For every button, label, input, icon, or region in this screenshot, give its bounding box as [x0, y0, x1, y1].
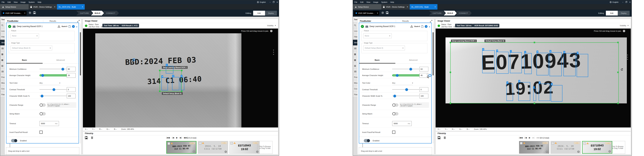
- info-icon[interactable]: i: [577, 151, 580, 153]
- remove-tool-icon[interactable]: ×: [72, 25, 75, 28]
- filmstrip-nav-button[interactable]: |◀: [525, 137, 527, 139]
- text-color-select[interactable]: Any ▾: [40, 81, 60, 85]
- edit-button[interactable]: Edit: [253, 11, 265, 15]
- workflow-step[interactable]: CAPTURE: [429, 11, 445, 15]
- workflow-step[interactable]: CAPTURE: [76, 11, 92, 15]
- tool-search[interactable]: [0, 22, 5, 28]
- tab-device-settings[interactable]: VS20 - Device Settings ×: [28, 4, 57, 9]
- invert-checkbox[interactable]: [40, 131, 42, 134]
- roi-resize-handle[interactable]: [534, 103, 535, 104]
- min-confidence-input[interactable]: [420, 67, 428, 71]
- tab-job-build[interactable]: DL_OCR (VS) - Build ×: [57, 4, 85, 9]
- min-confidence-input[interactable]: [67, 67, 76, 71]
- sidebar-item[interactable]: Pres: [0, 74, 5, 80]
- device-selector[interactable]: VS20 1MP Emulato... ▾: [2, 11, 26, 15]
- slider-handle[interactable]: [40, 95, 44, 97]
- roi-resize-handle[interactable]: [617, 103, 619, 104]
- tab-results[interactable]: Results: [43, 20, 56, 22]
- restore-button[interactable]: [273, 1, 274, 3]
- avg-char-height-input[interactable]: [67, 73, 76, 78]
- menu-item[interactable]: File: [353, 1, 359, 3]
- fixture-select[interactable]: None ▾: [10, 33, 39, 38]
- string-match-toggle[interactable]: [40, 112, 46, 115]
- filmstrip-nav-button[interactable]: ▶▶|: [537, 137, 540, 139]
- filmstrip-thumbnail[interactable]: E0710943 19:02 Golden i: [582, 141, 612, 154]
- slider-handle[interactable]: [409, 68, 412, 71]
- thumb-checkbox[interactable]: [520, 142, 522, 145]
- sidebar-item[interactable]: ▩: [353, 57, 358, 63]
- tab-advanced[interactable]: Advanced: [42, 58, 79, 62]
- delete-image-icon[interactable]: [444, 136, 446, 140]
- document-icon[interactable]: [68, 25, 71, 28]
- tab-basic[interactable]: Basic: [6, 58, 42, 62]
- filmstrip-nav-button[interactable]: ▶: [176, 137, 178, 139]
- device-selector[interactable]: VS20 1MP Emulato... ▾: [354, 11, 379, 15]
- contrast-slider[interactable]: [40, 89, 70, 90]
- sidebar-item[interactable]: Flaw: [0, 92, 5, 97]
- tool-card[interactable]: ✓ )∥∥( Deep Learning Based OCR 1 Bank 0 …: [359, 23, 432, 144]
- stepper-arrows[interactable]: ▲▼: [426, 73, 428, 77]
- filmstrip-nav-button[interactable]: |◀◀: [519, 137, 523, 139]
- menu-item[interactable]: Image: [372, 1, 380, 3]
- language-selector[interactable]: English: [257, 1, 266, 3]
- roi-resize-handle[interactable]: [617, 42, 619, 43]
- char-width-input[interactable]: [67, 94, 76, 98]
- sidebar-item[interactable]: Iden: [353, 40, 358, 45]
- tab-close-icon[interactable]: ×: [82, 6, 83, 8]
- slider-handle[interactable]: [393, 95, 396, 97]
- roi-resize-handle[interactable]: [617, 72, 619, 73]
- save-images-icon[interactable]: [85, 136, 88, 140]
- viewer-canvas[interactable]: E071094319:02 Deep Learning Based OCR 1D…: [436, 28, 631, 128]
- sidebar-item[interactable]: ▨: [353, 63, 358, 69]
- roi-resize-handle[interactable]: [450, 103, 451, 104]
- roi-resize-handle[interactable]: [159, 91, 160, 92]
- fixture-select[interactable]: None ▾: [363, 33, 392, 38]
- tool-dropzone[interactable]: Drag and drop to add a tool: [359, 147, 432, 155]
- save-images-icon[interactable]: [438, 136, 440, 140]
- filmstrip-thumbnail[interactable]: 2024. 5. 10 CI11 (U)1730 Golden i: [198, 141, 228, 154]
- browse-add-dropzone[interactable]: Click To Browse or Drag To Add: [257, 141, 272, 154]
- contrast-slider[interactable]: [392, 89, 423, 90]
- tool-search[interactable]: [353, 22, 358, 28]
- roi-resize-handle[interactable]: [159, 70, 160, 71]
- contrast-input[interactable]: [67, 87, 76, 92]
- sidebar-item[interactable]: Iden: [0, 40, 5, 45]
- filmstrip-thumbnail[interactable]: E0710943 19:02 Golden i: [229, 141, 260, 154]
- char-range-toggle[interactable]: [392, 103, 398, 107]
- sidebar-item[interactable]: Loca: [0, 28, 5, 34]
- sidebar-item[interactable]: )∥∥(: [0, 69, 5, 74]
- filmstrip-nav-button[interactable]: |◀: [172, 137, 174, 139]
- expand-panel-icon[interactable]: [77, 20, 80, 23]
- enabled-toggle[interactable]: [364, 139, 370, 142]
- contrast-input[interactable]: [420, 87, 428, 92]
- text-color-select[interactable]: Any ▾: [392, 81, 413, 85]
- timeout-input[interactable]: 5000 ms: [40, 121, 59, 126]
- sidebar-item[interactable]: Mea: [0, 80, 5, 86]
- menu-item[interactable]: View: [12, 1, 19, 3]
- save-icon[interactable]: [33, 11, 36, 14]
- tab-close-icon[interactable]: ×: [407, 6, 408, 8]
- sidebar-item[interactable]: Filter: [353, 34, 358, 40]
- tool-card[interactable]: ✓ )∥∥( Deep Learning Based OCR 1 Bank 0 …: [6, 23, 79, 144]
- thumb-checkbox[interactable]: [230, 142, 233, 145]
- collapse-card-icon[interactable]: ▴: [76, 25, 77, 28]
- canvas-more-handle[interactable]: [627, 53, 628, 60]
- tab-close-icon[interactable]: ×: [434, 6, 436, 8]
- sidebar-item[interactable]: Loca: [353, 28, 358, 34]
- workflow-step[interactable]: BUILD: [91, 11, 104, 15]
- slider-handle[interactable]: [405, 88, 408, 91]
- minimize-button[interactable]: −: [622, 1, 623, 3]
- filmstrip-thumbnail[interactable]: BBD:2024 FEB 03 314 C1 06:40 Golden i: [519, 141, 549, 154]
- restore-button[interactable]: [626, 1, 627, 3]
- invert-checkbox[interactable]: [392, 131, 395, 134]
- info-icon[interactable]: i: [193, 150, 195, 153]
- sidebar-item[interactable]: ▦: [353, 51, 358, 57]
- slider-handle[interactable]: [52, 88, 55, 91]
- slider-handle[interactable]: [62, 68, 64, 71]
- info-icon[interactable]: i: [270, 30, 272, 32]
- roi-resize-handle[interactable]: [181, 70, 182, 71]
- visibility-dropdown[interactable]: Visibility ▾: [267, 24, 276, 26]
- settings-gear-icon[interactable]: [28, 11, 31, 14]
- string-match-toggle[interactable]: [392, 112, 398, 115]
- image-type-select[interactable]: Default Setup (Bank 0) ▾: [10, 45, 52, 50]
